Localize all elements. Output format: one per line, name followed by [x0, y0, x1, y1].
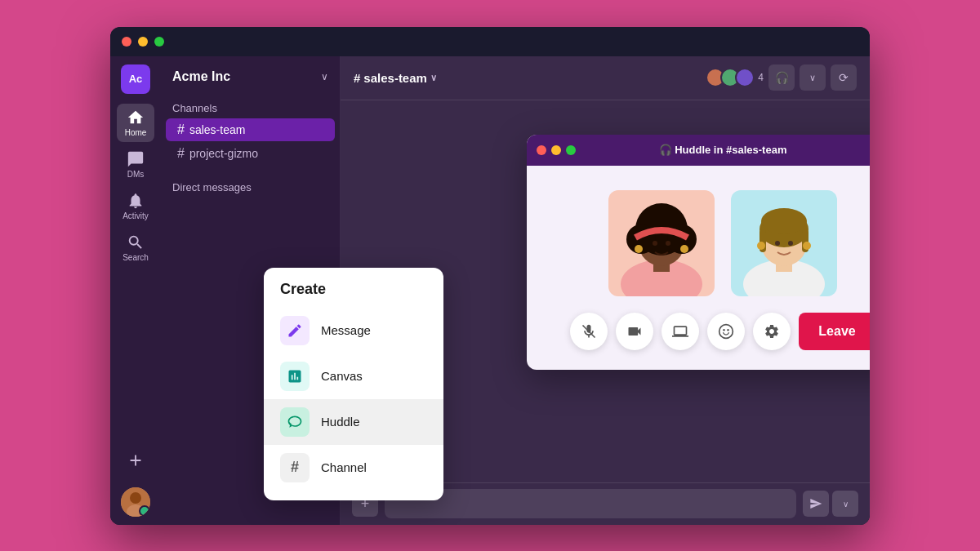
huddle-title-text: 🎧 Huddle in #sales-team [582, 144, 863, 156]
channels-label: Channels [161, 96, 340, 118]
channel-icon-wrap: # [280, 453, 310, 482]
svg-point-28 [719, 324, 733, 338]
channel-hash-icon-2: # [177, 146, 185, 161]
create-item-huddle[interactable]: Huddle [264, 399, 443, 445]
huddle-controls: Leave [527, 313, 870, 370]
huddle-modal: 🎧 Huddle in #sales-team [527, 135, 870, 370]
svg-point-12 [653, 241, 657, 246]
mute-btn[interactable] [570, 313, 608, 350]
svg-point-25 [757, 242, 765, 250]
icon-sidebar: Ac Home DMs Activity [110, 56, 161, 525]
huddle-icon-wrap [280, 407, 310, 437]
sidebar-item-activity[interactable]: Activity [117, 187, 154, 225]
user-avatar-bottom[interactable] [121, 487, 150, 517]
user-avatar-icon [121, 487, 150, 517]
channel-name-header: sales-team [363, 71, 427, 85]
channel-title: # sales-team ∨ [354, 71, 699, 85]
chat-icon [127, 150, 145, 168]
workspace-name: Acme Inc [172, 69, 321, 84]
sidebar-item-home[interactable]: Home [117, 104, 154, 142]
huddle-traffic-green[interactable] [566, 145, 576, 155]
create-dropdown-title: Create [264, 281, 443, 308]
send-icon [809, 497, 822, 510]
create-dropdown: Create Message Canvas Hud [264, 268, 443, 500]
canvas-label: Canvas [321, 369, 363, 383]
app-window: Ac Home DMs Activity [110, 27, 870, 525]
workspace-chevron-icon: ∨ [321, 71, 328, 82]
sidebar-item-search[interactable]: Search [117, 229, 154, 267]
traffic-light-green[interactable] [154, 37, 164, 47]
svg-point-23 [775, 241, 780, 246]
channel-hash-icon-create: # [291, 459, 299, 476]
participant-avatar-2 [731, 190, 837, 296]
svg-point-1 [130, 492, 141, 504]
channel-chevron-icon: ∨ [430, 73, 437, 83]
header-headphones-btn[interactable]: 🎧 [768, 64, 795, 91]
home-icon [127, 109, 145, 127]
video-btn[interactable] [616, 313, 653, 350]
huddle-traffic-yellow[interactable] [551, 145, 561, 155]
huddle-create-icon [287, 414, 303, 430]
create-item-canvas[interactable]: Canvas [264, 353, 443, 399]
participant-1-figure [608, 190, 715, 296]
participant-2-figure [731, 190, 837, 296]
create-item-message[interactable]: Message [264, 308, 443, 353]
svg-point-29 [724, 329, 726, 331]
bell-icon [127, 192, 145, 210]
workspace-header[interactable]: Acme Inc ∨ [161, 66, 340, 96]
title-bar [110, 27, 870, 56]
sidebar-item-add[interactable] [117, 447, 154, 474]
traffic-light-yellow[interactable] [138, 37, 148, 47]
member-count: 4 [758, 72, 764, 83]
svg-point-30 [728, 329, 730, 331]
huddle-traffic-red[interactable] [537, 145, 546, 155]
header-refresh-btn[interactable]: ⟳ [831, 64, 857, 91]
huddle-label: Huddle [321, 415, 360, 429]
headphones-icon: 🎧 [659, 144, 675, 156]
video-icon [626, 323, 643, 340]
emoji-icon [718, 323, 734, 340]
screen-share-btn[interactable] [662, 313, 699, 350]
message-icon [287, 322, 303, 339]
svg-point-26 [803, 242, 811, 250]
participant-avatar-1 [608, 190, 715, 296]
create-item-channel[interactable]: # Channel [264, 445, 443, 491]
channel-header: # sales-team ∨ 4 🎧 ∨ ⟳ [341, 56, 870, 100]
traffic-light-red[interactable] [122, 37, 131, 47]
settings-btn[interactable] [753, 313, 791, 350]
search-icon [127, 233, 145, 251]
channel-item-project-gizmo[interactable]: # project-gizmo [166, 142, 335, 165]
emoji-btn[interactable] [707, 313, 745, 350]
leave-btn[interactable]: Leave [799, 313, 870, 350]
plus-icon [127, 451, 145, 469]
dm-section-label: Direct messages [161, 175, 340, 197]
channel-hash-icon: # [177, 122, 185, 137]
canvas-icon-wrap [280, 362, 310, 391]
mute-icon [581, 323, 597, 340]
svg-point-14 [635, 245, 643, 253]
send-area: ∨ [803, 491, 858, 517]
workspace-avatar[interactable]: Ac [121, 64, 150, 94]
channel-name-sales-team: sales-team [189, 123, 245, 136]
svg-point-13 [666, 241, 670, 246]
channel-item-sales-team[interactable]: # sales-team [166, 118, 335, 141]
message-input[interactable] [385, 489, 796, 518]
send-chevron-btn[interactable]: ∨ [832, 491, 858, 517]
svg-point-15 [680, 245, 688, 253]
huddle-traffic-lights [537, 145, 576, 155]
svg-point-24 [788, 241, 793, 246]
settings-icon [764, 323, 780, 340]
header-actions: 4 🎧 ∨ ⟳ [706, 64, 857, 91]
sidebar-item-dms[interactable]: DMs [117, 145, 154, 184]
channel-name-project-gizmo: project-gizmo [189, 147, 258, 160]
message-icon-wrap [280, 316, 310, 345]
svg-point-22 [761, 208, 807, 234]
header-chevron-btn[interactable]: ∨ [800, 64, 826, 91]
channel-label: Channel [321, 460, 367, 474]
channel-hash-header: # [354, 71, 360, 85]
send-btn[interactable] [803, 491, 829, 517]
dm-section: Direct messages [161, 175, 340, 197]
screen-share-icon [672, 323, 688, 340]
member-avatars: 4 [706, 68, 764, 87]
message-label: Message [321, 323, 371, 337]
